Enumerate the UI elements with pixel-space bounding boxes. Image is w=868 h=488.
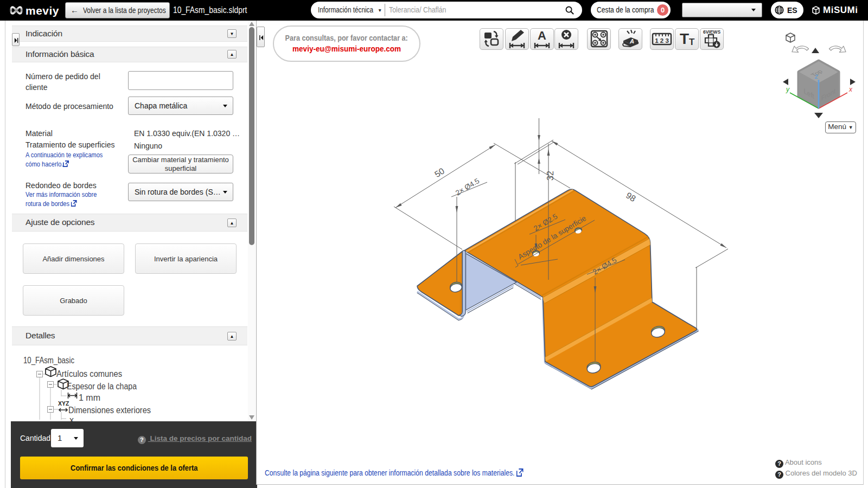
svg-text:2× Ø4.5: 2× Ø4.5 bbox=[454, 177, 481, 197]
svg-text:z: z bbox=[814, 73, 818, 80]
svg-text:32: 32 bbox=[546, 171, 555, 181]
svg-text:y: y bbox=[786, 86, 790, 93]
svg-text:x: x bbox=[848, 86, 853, 93]
